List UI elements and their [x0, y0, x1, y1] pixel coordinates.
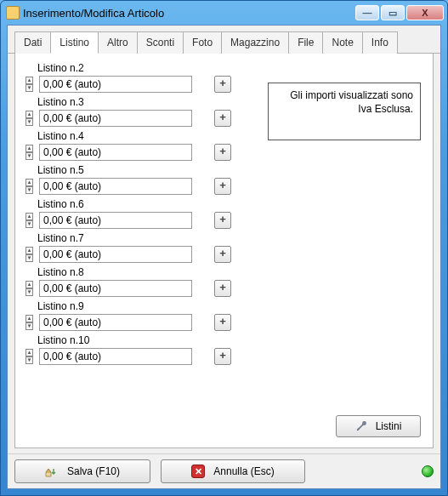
spinner-down-button[interactable]: ▼ [26, 118, 33, 126]
listino-field-line: ▲▼+ [26, 178, 422, 195]
maximize-button[interactable]: ▭ [381, 5, 405, 20]
tab-altro[interactable]: Altro [98, 31, 138, 54]
add-button[interactable]: + [214, 76, 231, 93]
tab-listino[interactable]: Listino [50, 31, 99, 54]
spinner: ▲▼ [26, 315, 34, 330]
minimize-button[interactable]: — [355, 5, 379, 20]
spinner-up-button[interactable]: ▲ [26, 247, 33, 254]
add-button[interactable]: + [214, 110, 231, 127]
listino-value-input[interactable] [39, 280, 192, 297]
add-button[interactable]: + [214, 280, 231, 297]
add-button[interactable]: + [214, 246, 231, 263]
spinner: ▲▼ [26, 77, 34, 92]
tab-strip: Dati Listino Altro Sconti Foto Magazzino… [8, 26, 440, 54]
window-controls: — ▭ X [355, 5, 444, 20]
spinner: ▲▼ [26, 349, 34, 364]
cancel-button-label: Annulla (Esc) [213, 465, 274, 477]
wrench-icon [355, 420, 367, 432]
listino-label: Listino n.6 [26, 198, 422, 210]
spinner: ▲▼ [26, 145, 34, 160]
save-icon [45, 465, 59, 477]
listino-label: Listino n.10 [26, 334, 422, 346]
listino-field-line: ▲▼+ [26, 280, 422, 297]
close-button[interactable]: X [406, 5, 444, 20]
listino-label: Listino n.9 [26, 300, 422, 312]
spinner-up-button[interactable]: ▲ [26, 77, 33, 84]
spinner-up-button[interactable]: ▲ [26, 111, 33, 118]
spinner-up-button[interactable]: ▲ [26, 315, 33, 322]
listini-button-label: Listini [376, 420, 402, 432]
tab-sconti[interactable]: Sconti [137, 31, 184, 54]
svg-point-1 [357, 428, 359, 430]
spinner-down-button[interactable]: ▼ [26, 220, 33, 228]
listino-value-input[interactable] [39, 212, 192, 229]
add-button[interactable]: + [214, 212, 231, 229]
spinner-up-button[interactable]: ▲ [26, 281, 33, 288]
listino-value-input[interactable] [39, 314, 192, 331]
spinner-down-button[interactable]: ▼ [26, 288, 33, 296]
spinner-up-button[interactable]: ▲ [26, 213, 33, 220]
listino-row: Listino n.5▲▼+ [26, 164, 422, 195]
listino-field-line: ▲▼+ [26, 246, 422, 263]
listino-value-input[interactable] [39, 110, 192, 127]
spinner: ▲▼ [26, 247, 34, 262]
app-window: Inserimento/Modifica Articolo — ▭ X Dati… [0, 0, 448, 496]
spinner-down-button[interactable]: ▼ [26, 254, 33, 262]
listino-row: Listino n.8▲▼+ [26, 266, 422, 297]
cancel-button[interactable]: ✕ Annulla (Esc) [161, 459, 305, 483]
spinner: ▲▼ [26, 281, 34, 296]
spinner-down-button[interactable]: ▼ [26, 186, 33, 194]
listino-value-input[interactable] [39, 76, 192, 93]
listino-row: Listino n.6▲▼+ [26, 198, 422, 229]
listino-field-line: ▲▼+ [26, 314, 422, 331]
listino-field-line: ▲▼+ [26, 144, 422, 161]
save-button-label: Salva (F10) [67, 465, 120, 477]
cancel-icon: ✕ [191, 465, 205, 478]
spinner: ▲▼ [26, 213, 34, 228]
spinner-up-button[interactable]: ▲ [26, 145, 33, 152]
spinner-down-button[interactable]: ▼ [26, 152, 33, 160]
titlebar: Inserimento/Modifica Articolo — ▭ X [1, 1, 447, 25]
listino-label: Listino n.8 [26, 266, 422, 278]
listino-field-line: ▲▼+ [26, 348, 422, 365]
add-button[interactable]: + [214, 348, 231, 365]
info-box: Gli importi visualizzati sono Iva Esclus… [268, 83, 421, 140]
listino-value-input[interactable] [39, 348, 192, 365]
save-button[interactable]: Salva (F10) [14, 459, 150, 483]
tab-dati[interactable]: Dati [14, 31, 51, 54]
window-title: Inserimento/Modifica Articolo [23, 7, 355, 20]
app-icon [6, 6, 20, 20]
tab-file[interactable]: File [288, 31, 323, 54]
client-area: Dati Listino Altro Sconti Foto Magazzino… [7, 25, 441, 489]
listini-button[interactable]: Listini [336, 415, 421, 437]
listino-field-line: ▲▼+ [26, 212, 422, 229]
spinner-down-button[interactable]: ▼ [26, 356, 33, 364]
spinner-up-button[interactable]: ▲ [26, 349, 33, 356]
listino-value-input[interactable] [39, 178, 192, 195]
tab-note[interactable]: Note [322, 31, 362, 54]
add-button[interactable]: + [214, 178, 231, 195]
footer-bar: Salva (F10) ✕ Annulla (Esc) [8, 453, 440, 488]
listino-label: Listino n.7 [26, 232, 422, 244]
status-light-icon [422, 465, 434, 477]
tab-magazzino[interactable]: Magazzino [221, 31, 289, 54]
add-button[interactable]: + [214, 314, 231, 331]
listino-row: Listino n.7▲▼+ [26, 232, 422, 263]
tab-panel-listino: Listino n.2▲▼+Listino n.3▲▼+Listino n.4▲… [14, 54, 434, 448]
listino-value-input[interactable] [39, 144, 192, 161]
spinner-down-button[interactable]: ▼ [26, 322, 33, 330]
listino-row: Listino n.10▲▼+ [26, 334, 422, 365]
listino-label: Listino n.5 [26, 164, 422, 176]
add-button[interactable]: + [214, 144, 231, 161]
spinner-up-button[interactable]: ▲ [26, 179, 33, 186]
spinner: ▲▼ [26, 179, 34, 194]
tab-foto[interactable]: Foto [183, 31, 222, 54]
listino-value-input[interactable] [39, 246, 192, 263]
tab-info[interactable]: Info [362, 31, 398, 54]
spinner-down-button[interactable]: ▼ [26, 84, 33, 92]
spinner: ▲▼ [26, 111, 34, 126]
listino-row: Listino n.9▲▼+ [26, 300, 422, 331]
listino-label: Listino n.2 [26, 62, 422, 74]
